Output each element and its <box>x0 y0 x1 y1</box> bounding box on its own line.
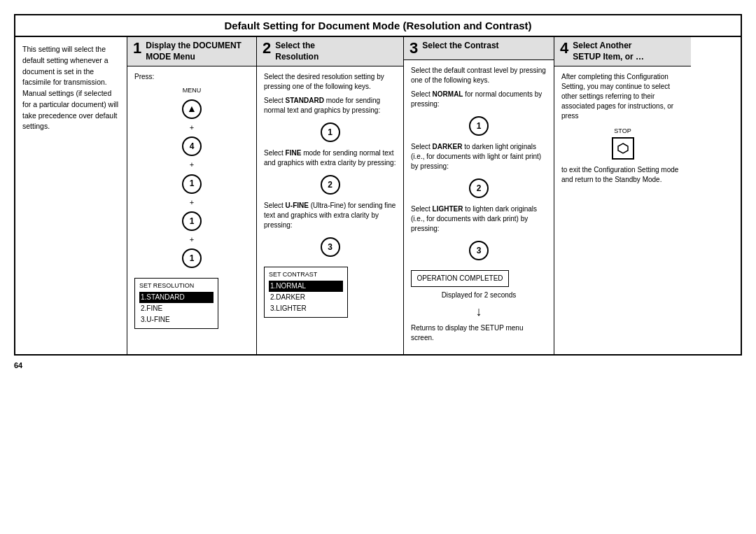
step3-key1: 1 <box>411 113 547 139</box>
step3-key-1: 1 <box>469 116 489 136</box>
lcd2-row3: 3.LIGHTER <box>269 303 343 314</box>
key-1a: 1 <box>182 174 202 194</box>
step1-column: 1 Display the DOCUMENT MODE Menu Press: … <box>127 37 257 354</box>
step4-p2: to exit the Configuration Setting mode a… <box>561 165 684 185</box>
plus2: + <box>190 160 194 170</box>
step3-title: Select the Contrast <box>422 41 498 52</box>
intro-column: This setting will select the default set… <box>15 37 127 354</box>
step2-key2: 2 <box>264 172 396 197</box>
main-box: Default Setting for Document Mode (Resol… <box>14 14 742 356</box>
step1-keys: MENU ▲ + 4 + 1 + 1 + 1 <box>134 86 249 271</box>
plus1: + <box>190 122 194 133</box>
step2-title: Select theResolution <box>275 41 318 62</box>
lcd2-title: SET CONTRAST <box>269 270 343 279</box>
stop-button-icon <box>612 137 634 160</box>
content-area: This setting will select the default set… <box>15 37 741 354</box>
intro-text: This setting will select the default set… <box>22 44 120 132</box>
step1-header: 1 Display the DOCUMENT MODE Menu <box>127 37 256 66</box>
operation-display: OPERATION COMPLETED <box>411 270 509 287</box>
returns-text: Returns to display the SETUP menu screen… <box>411 323 547 343</box>
step1-body: Press: MENU ▲ + 4 + 1 + 1 + 1 SET R <box>134 72 249 329</box>
step2-body: Select the desired resolution setting by… <box>264 72 396 318</box>
step1-title: Display the DOCUMENT MODE Menu <box>146 41 251 62</box>
lcd2-row2: 2.DARKER <box>269 292 343 303</box>
stop-label: STOP <box>614 127 631 136</box>
step2-num: 2 <box>262 41 271 56</box>
step3-operation-area: OPERATION COMPLETED Displayed for 2 seco… <box>411 270 547 343</box>
stop-btn-container: STOP <box>561 127 684 160</box>
lcd1-row2: 2.FINE <box>139 303 214 314</box>
step2-p1: Select the desired resolution setting by… <box>264 72 396 92</box>
key-4: 4 <box>182 136 202 156</box>
step2-p3: Select FINE mode for sending normal text… <box>264 148 396 168</box>
step3-num: 3 <box>410 41 418 56</box>
step2-lcd: SET CONTRAST 1.NORMAL 2.DARKER 3.LIGHTER <box>264 267 348 318</box>
step3-key-2: 2 <box>469 178 489 198</box>
step4-p1: After completing this Configuration Sett… <box>561 72 684 121</box>
step3-body: Select the default contrast level by pre… <box>411 66 547 343</box>
step3-p1: Select the default contrast level by pre… <box>411 66 547 85</box>
step2-column: 2 Select theResolution Select the desire… <box>257 37 404 354</box>
menu-label: MENU <box>183 86 202 95</box>
step4-body: After completing this Configuration Sett… <box>561 72 684 185</box>
step2-key-1: 1 <box>321 122 340 142</box>
step3-p4: Select LIGHTER to lighten dark originals… <box>411 204 547 234</box>
step4-header: 4 Select AnotherSETUP Item, or … <box>554 37 691 66</box>
press-label: Press: <box>134 72 249 82</box>
lcd1-row3: 3.U-FINE <box>139 314 214 325</box>
plus3: + <box>190 197 194 208</box>
key-1c: 1 <box>182 248 202 268</box>
step3-column: 3 Select the Contrast Select the default… <box>404 37 554 354</box>
step1-num: 1 <box>133 41 141 56</box>
step3-header: 3 Select the Contrast <box>404 37 554 60</box>
step3-key3: 3 <box>411 238 547 263</box>
step3-p3: Select DARKER to darken light originals … <box>411 142 547 171</box>
step4-num: 4 <box>560 41 568 56</box>
lcd1-row1: 1.STANDARD <box>139 292 214 303</box>
step2-key3: 3 <box>264 234 396 260</box>
step3-key2: 2 <box>411 176 547 201</box>
lcd1-title: SET RESOLUTION <box>139 281 214 290</box>
step3-p2: Select NORMAL for normal documents by pr… <box>411 90 547 109</box>
step4-column: 4 Select AnotherSETUP Item, or … After c… <box>554 37 691 354</box>
step4-title: Select AnotherSETUP Item, or … <box>573 41 644 62</box>
step2-p2: Select STANDARD mode for sending normal … <box>264 96 396 115</box>
step2-key-3: 3 <box>321 237 340 257</box>
up-arrow-key: ▲ <box>182 99 202 119</box>
step3-key-3: 3 <box>469 241 489 260</box>
displayed-label: Displayed for 2 seconds <box>411 290 547 300</box>
step1-lcd: SET RESOLUTION 1.STANDARD 2.FINE 3.U-FIN… <box>134 278 218 329</box>
step2-key1: 1 <box>264 120 396 145</box>
page-title: Default Setting for Document Mode (Resol… <box>15 15 741 37</box>
svg-marker-0 <box>618 143 628 153</box>
page-wrapper: Default Setting for Document Mode (Resol… <box>14 14 742 370</box>
step2-p4: Select U-FINE (Ultra-Fine) for sending f… <box>264 201 396 230</box>
step2-header: 2 Select theResolution <box>257 37 403 66</box>
page-number: 64 <box>14 361 742 370</box>
arrow-down-icon: ↓ <box>411 303 547 321</box>
key-1b: 1 <box>182 211 202 231</box>
lcd2-row1: 1.NORMAL <box>269 281 343 292</box>
plus4: + <box>190 234 194 245</box>
step2-key-2: 2 <box>321 175 340 195</box>
